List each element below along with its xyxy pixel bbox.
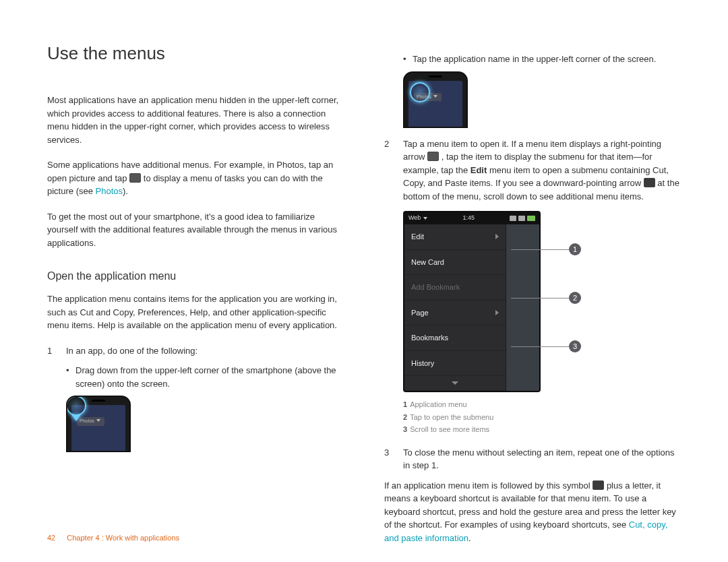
clock: 1:45 <box>462 214 475 223</box>
bullet-tap-name: • Tap the application name in the upper-… <box>403 53 681 66</box>
signal-icon <box>518 216 525 221</box>
menu-item-label: History <box>411 358 434 369</box>
step-number: 3 <box>384 446 403 472</box>
phone-speaker <box>92 400 105 402</box>
menu-item-edit[interactable]: Edit <box>404 224 506 250</box>
menu-item-new-card[interactable]: New Card <box>404 250 506 276</box>
bullet-text: Drag down from the upper-left corner of … <box>75 364 344 390</box>
page-number: 42 <box>47 534 55 542</box>
menu-item-page[interactable]: Page <box>404 301 506 326</box>
shortcut-symbol-icon <box>593 480 604 490</box>
bullet-drag-down: • Drag down from the upper-left corner o… <box>66 364 344 390</box>
menu-item-label: Edit <box>411 231 424 243</box>
right-column: • Tap the application name in the upper-… <box>384 27 681 557</box>
app-menu-dropdown: Edit New Card Add Bookmark Page <box>404 224 506 391</box>
figure-drag-down: Photos <box>66 396 131 449</box>
intro-paragraph-1: Most applications have an application me… <box>47 94 344 146</box>
tap-target-icon <box>410 82 430 102</box>
status-bar: Web 1:45 <box>404 212 539 224</box>
bullet-mark: • <box>403 53 413 66</box>
wifi-icon <box>510 216 516 221</box>
battery-icon <box>527 216 535 221</box>
legend-num: 1 <box>403 400 407 408</box>
step-text: In an app, do one of the following: <box>66 344 344 358</box>
callout-3: 3 <box>511 340 581 352</box>
callout-1: 1 <box>511 243 581 255</box>
step-text: Tap a menu item to open it. If a menu it… <box>403 137 681 204</box>
chevron-down-icon <box>423 217 427 220</box>
step-1: 1 In an app, do one of the following: <box>47 344 344 358</box>
edit-emphasis: Edit <box>471 165 487 175</box>
chevron-right-icon <box>495 310 499 315</box>
phone-screen: Photos <box>408 81 462 127</box>
text: If an application menu item is followed … <box>384 480 593 491</box>
text: ). <box>123 186 128 196</box>
legend-num: 2 <box>403 413 407 421</box>
menu-scroll-more[interactable] <box>404 376 506 391</box>
down-arrow-icon <box>644 178 655 187</box>
photos-link[interactable]: Photos <box>96 186 123 196</box>
app-menu-description: The application menu contains items for … <box>47 292 344 332</box>
legend-text: Scroll to see more items <box>410 425 489 433</box>
phone-body: Photos <box>66 396 131 452</box>
chapter-label: Chapter 4 : Work with applications <box>67 534 179 542</box>
phone-speaker <box>429 75 442 77</box>
figure-legend: 1Application menu 2Tap to open the subme… <box>403 399 681 435</box>
callout-badge: 1 <box>569 243 581 255</box>
app-name-pill: Photos <box>77 417 104 426</box>
callout-badge: 3 <box>569 340 581 352</box>
right-arrow-icon <box>427 152 439 161</box>
legend-text: Tap to open the submenu <box>410 413 493 421</box>
gesture-start-icon <box>66 396 86 416</box>
step-3: 3 To close the menu without selecting an… <box>384 446 681 472</box>
left-column: Use the menus Most applications have an … <box>47 27 344 557</box>
step-2: 2 Tap a menu item to open it. If a menu … <box>384 137 681 204</box>
callout-badge: 2 <box>569 292 581 304</box>
page-footer: 42 Chapter 4 : Work with applications <box>47 532 179 544</box>
callout-2: 2 <box>511 292 581 304</box>
figure-app-menu: Web 1:45 Edit <box>403 211 592 392</box>
figure-tap-name: Photos <box>403 71 468 125</box>
text: . <box>468 533 471 543</box>
section-title: Use the menus <box>47 40 344 67</box>
menu-item-label: Add Bookmark <box>411 282 460 293</box>
menu-item-label: Page <box>411 307 429 319</box>
menu-item-add-bookmark[interactable]: Add Bookmark <box>404 275 506 301</box>
shortcut-paragraph: If an application menu item is followed … <box>384 479 681 545</box>
phone-body: Photos <box>403 71 468 128</box>
step-number: 2 <box>384 137 403 204</box>
app-name: Web <box>408 214 421 223</box>
menu-item-history[interactable]: History <box>404 351 506 377</box>
tasks-menu-icon <box>129 173 141 183</box>
bullet-text: Tap the application name in the upper-le… <box>413 53 681 66</box>
step-text: To close the menu without selecting an i… <box>403 446 681 472</box>
menu-item-bookmarks[interactable]: Bookmarks <box>404 325 506 351</box>
gesture-arrow-icon <box>71 414 81 421</box>
step-number: 1 <box>47 344 66 358</box>
bullet-mark: • <box>66 364 75 390</box>
menu-item-label: New Card <box>411 257 444 268</box>
intro-paragraph-3: To get the most out of your smartphone, … <box>47 210 344 250</box>
intro-paragraph-2: Some applications have additional menus.… <box>47 158 344 198</box>
subsection-title: Open the application menu <box>47 268 344 284</box>
chevron-right-icon <box>495 234 499 239</box>
chevron-down-icon <box>452 381 458 385</box>
legend-text: Application menu <box>410 400 466 408</box>
menu-item-label: Bookmarks <box>411 332 448 344</box>
legend-num: 3 <box>403 425 407 433</box>
